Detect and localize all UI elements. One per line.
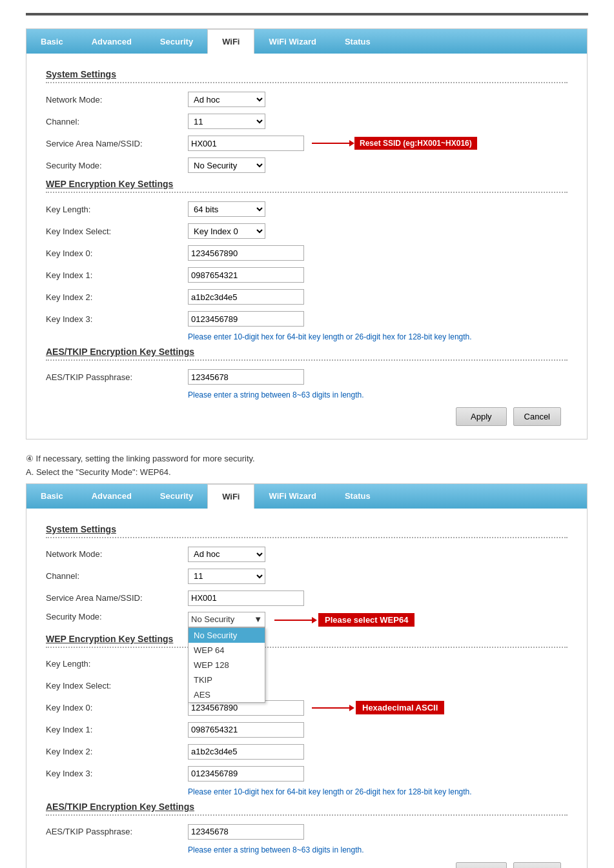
apply-button-2[interactable]: Apply <box>456 862 507 868</box>
label-ssid-2: Service Area Name/SSID: <box>46 593 188 603</box>
label-network-mode-1: Network Mode: <box>46 95 188 105</box>
label-key-index-1-1: Key Index 1: <box>46 270 188 280</box>
input-aes-passphrase-2[interactable] <box>188 824 304 840</box>
control-key-index-3-1 <box>188 311 304 327</box>
nav-status-2[interactable]: Status <box>331 484 385 509</box>
row-security-mode-1: Security Mode: No Security WEP 64 WEP 12… <box>46 157 568 174</box>
hex-arrow-container: Hexadecimal ASCII <box>312 701 444 714</box>
select-key-index-1[interactable]: Key Index 0 Key Index 1 Key Index 2 Key … <box>188 223 265 239</box>
label-key-index-3-2: Key Index 3: <box>46 769 188 778</box>
input-key-index-1-1[interactable] <box>188 267 304 283</box>
security-callout-2: Please select WEP64 <box>318 613 414 627</box>
control-key-length-1: 64 bits 128 bits <box>188 201 265 217</box>
label-network-mode-2: Network Mode: <box>46 549 188 559</box>
input-aes-passphrase-1[interactable] <box>188 369 304 385</box>
nav-advanced-1[interactable]: Advanced <box>77 29 146 54</box>
row-key-index-0-2: Key Index 0: Hexadecimal ASCII <box>46 700 568 716</box>
select-key-length-1[interactable]: 64 bits 128 bits <box>188 201 265 217</box>
control-channel-1: 11 <box>188 114 265 129</box>
section-system-settings-2: System Settings <box>46 524 568 538</box>
input-key-index-2-2[interactable] <box>188 744 304 760</box>
instruction-subtext-1: A. Select the "Security Mode": WEP64. <box>26 467 171 477</box>
input-key-index-1-2[interactable] <box>188 722 304 738</box>
label-aes-passphrase-1: AES/TKIP Passphrase: <box>46 372 188 382</box>
dropdown-security-2[interactable]: No Security WEP 64 WEP 128 TKIP AES <box>188 627 265 703</box>
nav-basic-1[interactable]: Basic <box>26 29 77 54</box>
panel-content-1: System Settings Network Mode: Ad hoc Inf… <box>26 54 587 439</box>
select-network-mode-2[interactable]: Ad hoc Infrastructure <box>188 547 265 562</box>
row-key-index-2-1: Key Index 2: <box>46 288 568 305</box>
security-arrow-container-2: Please select WEP64 <box>274 613 414 627</box>
nav-wifi-1[interactable]: WiFi <box>207 29 254 54</box>
label-channel-2: Channel: <box>46 571 188 581</box>
input-key-index-3-1[interactable] <box>188 311 304 327</box>
row-key-index-select-1: Key Index Select: Key Index 0 Key Index … <box>46 223 568 239</box>
dd-no-security[interactable]: No Security <box>189 628 265 643</box>
nav-bar-2: Basic Advanced Security WiFi WiFi Wizard… <box>26 484 587 509</box>
control-network-mode-2: Ad hoc Infrastructure <box>188 547 265 562</box>
row-aes-passphrase-1: AES/TKIP Passphrase: <box>46 368 568 385</box>
label-key-index-0-1: Key Index 0: <box>46 248 188 258</box>
input-key-index-2-1[interactable] <box>188 289 304 305</box>
hint-aes-1: Please enter a string between 8~63 digit… <box>188 390 568 399</box>
nav-wifi-2[interactable]: WiFi <box>207 484 254 509</box>
control-security-mode-2: No Security ▼ No Security WEP 64 WEP 128… <box>188 612 414 627</box>
label-ssid-1: Service Area Name/SSID: <box>46 139 188 148</box>
select-network-mode-1[interactable]: Ad hoc Infrastructure <box>188 92 265 107</box>
nav-status-1[interactable]: Status <box>331 29 385 54</box>
label-key-index-3-1: Key Index 3: <box>46 314 188 324</box>
dd-aes[interactable]: AES <box>189 687 265 702</box>
label-key-index-1-2: Key Index 1: <box>46 725 188 734</box>
hex-arrow <box>312 707 351 709</box>
input-key-index-3-2[interactable] <box>188 766 304 782</box>
label-key-index-0-2: Key Index 0: <box>46 703 188 712</box>
input-ssid-2[interactable] <box>188 590 304 606</box>
nav-basic-2[interactable]: Basic <box>26 484 77 509</box>
dd-wep128[interactable]: WEP 128 <box>189 658 265 672</box>
row-channel-1: Channel: 11 <box>46 113 568 130</box>
select-channel-1[interactable]: 11 <box>188 114 265 129</box>
nav-security-2[interactable]: Security <box>146 484 207 509</box>
control-key-index-2-2 <box>188 744 304 760</box>
security-arrow-2 <box>274 620 313 621</box>
control-security-mode-1: No Security WEP 64 WEP 128 TKIP AES <box>188 157 265 173</box>
row-aes-passphrase-2: AES/TKIP Passphrase: <box>46 823 568 840</box>
select-security-mode-val-2: No Security <box>191 614 234 624</box>
section-aes-1: AES/TKIP Encryption Key Settings <box>46 347 568 361</box>
apply-button-1[interactable]: Apply <box>456 407 507 426</box>
input-key-index-0-1[interactable] <box>188 245 304 261</box>
control-channel-2: 11 <box>188 569 265 584</box>
row-key-index-select-2: Key Index Select: Key Index 0 Key Index … <box>46 678 568 694</box>
hint-wep-1: Please enter 10-digit hex for 64-bit key… <box>188 332 568 341</box>
cancel-button-2[interactable]: Cancel <box>513 862 561 868</box>
section-wep-1: WEP Encryption Key Settings <box>46 179 568 193</box>
input-ssid-1[interactable] <box>188 136 304 151</box>
dd-tkip[interactable]: TKIP <box>189 672 265 687</box>
cancel-button-1[interactable]: Cancel <box>513 407 561 426</box>
row-key-index-1-1: Key Index 1: <box>46 267 568 283</box>
nav-wifi-wizard-1[interactable]: WiFi Wizard <box>254 29 330 54</box>
row-key-index-3-2: Key Index 3: <box>46 765 568 782</box>
button-row-2: Apply Cancel <box>46 862 568 868</box>
label-key-length-2: Key Length: <box>46 659 188 669</box>
row-network-mode-1: Network Mode: Ad hoc Infrastructure <box>46 91 568 108</box>
label-key-index-select-1: Key Index Select: <box>46 227 188 236</box>
label-channel-1: Channel: <box>46 117 188 126</box>
nav-bar-1: Basic Advanced Security WiFi WiFi Wizard… <box>26 29 587 54</box>
select-security-mode-1[interactable]: No Security WEP 64 WEP 128 TKIP AES <box>188 157 265 173</box>
section-system-settings-1: System Settings <box>46 69 568 83</box>
control-key-index-0-1 <box>188 245 304 261</box>
select-channel-2[interactable]: 11 <box>188 569 265 584</box>
top-border <box>26 13 588 15</box>
dd-wep64[interactable]: WEP 64 <box>189 643 265 658</box>
row-ssid-1: Service Area Name/SSID: Reset SSID (eg:H… <box>46 135 568 152</box>
label-key-index-2-2: Key Index 2: <box>46 747 188 756</box>
nav-wifi-wizard-2[interactable]: WiFi Wizard <box>254 484 330 509</box>
label-key-index-2-1: Key Index 2: <box>46 292 188 302</box>
nav-security-1[interactable]: Security <box>146 29 207 54</box>
nav-advanced-2[interactable]: Advanced <box>77 484 146 509</box>
control-key-index-1-1 <box>188 267 304 283</box>
control-key-index-2-1 <box>188 289 304 305</box>
row-ssid-2: Service Area Name/SSID: <box>46 590 568 607</box>
row-key-index-3-1: Key Index 3: <box>46 310 568 327</box>
